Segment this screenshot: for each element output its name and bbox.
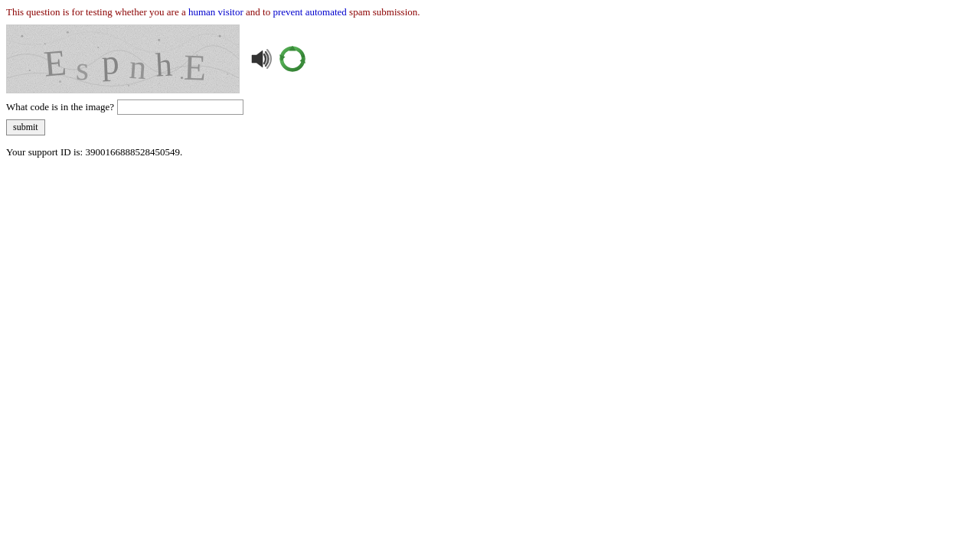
svg-point-4 [67,31,69,34]
captcha-row: E s p n h E [6,24,974,93]
support-id-text: Your support ID is: 3900166888528450549. [6,146,974,158]
svg-marker-20 [252,51,263,67]
svg-text:s: s [75,50,90,87]
captcha-image: E s p n h E [6,24,240,93]
svg-point-5 [97,47,99,48]
svg-text:p: p [101,42,120,82]
svg-point-13 [227,73,228,75]
svg-text:h: h [155,46,173,83]
svg-text:n: n [128,47,148,86]
refresh-icon[interactable] [278,44,307,73]
code-row: What code is in the image? [6,99,974,115]
svg-text:E: E [183,47,207,88]
submit-row: submit [6,119,974,135]
submit-button[interactable]: submit [6,119,45,135]
svg-point-9 [29,70,31,71]
svg-point-2 [21,35,23,37]
captcha-input[interactable] [117,99,243,115]
sound-icon[interactable] [246,44,275,73]
svg-text:E: E [42,42,68,83]
intro-text: This question is for testing whether you… [6,6,974,18]
code-label: What code is in the image? [6,101,114,113]
svg-point-6 [158,39,160,41]
